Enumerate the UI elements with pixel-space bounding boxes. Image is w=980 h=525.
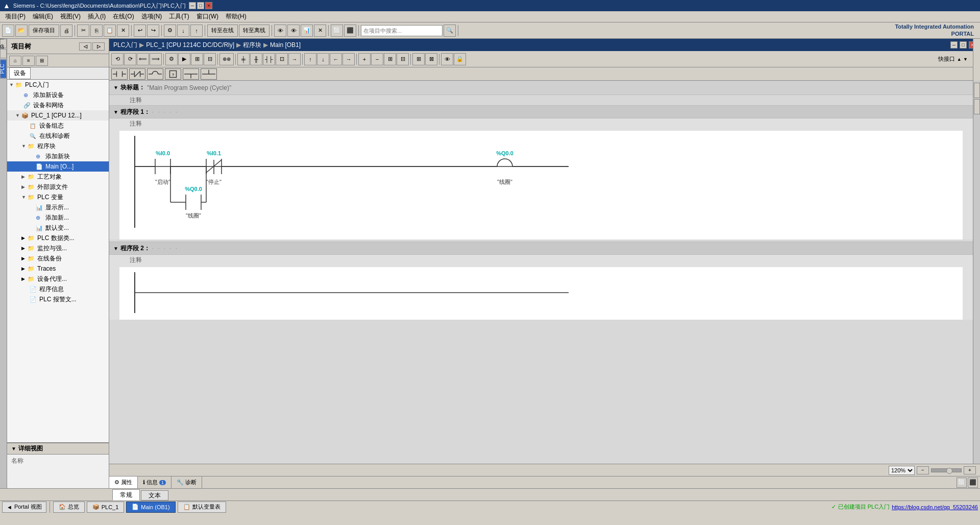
lad-nc-contact[interactable] <box>129 68 145 80</box>
go-offline-button[interactable]: 转至离线 <box>239 25 270 37</box>
footer-tab-overview[interactable]: 🏠 总览 <box>53 502 85 513</box>
etb-grid1[interactable]: ⊞ <box>412 53 425 65</box>
detail-view-header[interactable]: ▼ 详细视图 <box>7 443 109 455</box>
lad-box[interactable]: ? <box>165 68 181 80</box>
zoom-plus-button[interactable]: + <box>964 466 976 474</box>
tree-item-add-new[interactable]: ⊕ 添加新... <box>7 212 109 223</box>
seg2-collapse[interactable]: ▼ <box>113 246 118 251</box>
tree-item-devices-network[interactable]: 🔗 设备和网络 <box>7 100 109 110</box>
etb-resize2[interactable]: ⊟ <box>397 53 409 65</box>
kuaijiekou-arrow-up[interactable]: ▲ <box>957 57 962 62</box>
tree-item-tech-objects[interactable]: ▶ 📁 工艺对象 <box>7 172 109 182</box>
tree-item-add-device[interactable]: ⊕ 添加新设备 <box>7 90 109 100</box>
portal-view-button[interactable]: ◄ Portal 视图 <box>2 502 46 513</box>
zoom-select[interactable]: 50% 75% 100% 120% 150% 200% <box>889 466 915 475</box>
save-button[interactable]: 保存项目 <box>29 25 59 37</box>
upload-button[interactable]: ↑ <box>190 25 203 37</box>
new-button[interactable]: 📄 <box>2 25 14 37</box>
print-button[interactable]: 🖨 <box>60 25 72 37</box>
menu-tools[interactable]: 工具(T) <box>166 11 192 22</box>
disconnect-button[interactable]: ✕ <box>314 25 326 37</box>
prop-resize-btn2[interactable]: ⬛ <box>968 478 978 488</box>
tree-item-main-ob1[interactable]: 📄 Main [O...] <box>7 161 109 172</box>
etb-left-arrow[interactable]: ← <box>330 53 342 65</box>
tree-pin-button[interactable]: ◁ <box>79 42 91 51</box>
monitor3-button[interactable]: 📊 <box>301 25 313 37</box>
menu-project[interactable]: 项目(P) <box>2 11 29 22</box>
etb-monitor[interactable]: 👁 <box>441 53 453 65</box>
compile-button[interactable]: ⚙ <box>164 25 176 37</box>
tab-general[interactable]: 常规 <box>112 489 140 500</box>
kuaijiekou-arrow-down[interactable]: ▼ <box>963 57 968 62</box>
tree-expand-button[interactable]: ▷ <box>92 42 105 51</box>
tree-item-prog-blocks[interactable]: ▼ 📁 程序块 <box>7 141 109 151</box>
maximize-button[interactable]: □ <box>197 2 204 9</box>
open-button[interactable]: 📂 <box>15 25 28 37</box>
monitor2-button[interactable]: 👁 <box>287 25 300 37</box>
tree-item-external-files[interactable]: ▶ 📁 外部源文件 <box>7 182 109 192</box>
etb-btn3[interactable]: ⟸ <box>137 53 149 65</box>
delete-button[interactable]: ✕ <box>117 25 129 37</box>
lad-close-branch[interactable] <box>201 68 217 80</box>
menu-view[interactable]: 视图(V) <box>57 11 84 22</box>
seg1-collapse[interactable]: ▼ <box>113 109 118 115</box>
zoom-minus-button[interactable]: − <box>917 466 929 474</box>
left-tab-software[interactable]: 软 <box>0 49 7 58</box>
menu-window[interactable]: 窗口(W) <box>193 11 222 22</box>
tree-item-online-backup[interactable]: ▶ 📁 在线备份 <box>7 253 109 264</box>
go-online-button[interactable]: 转至在线 <box>207 25 238 37</box>
etb-btn2[interactable]: ⟳ <box>124 53 136 65</box>
tree-item-plc-variables[interactable]: ▼ 📁 PLC 变量 <box>7 192 109 202</box>
etb-lad4[interactable]: ⊡ <box>276 53 288 65</box>
lad-no-contact[interactable] <box>111 68 128 80</box>
tree-item-device-proxy[interactable]: ▶ 📁 设备代理... <box>7 274 109 284</box>
block-collapse-arrow[interactable]: ▼ <box>113 85 118 90</box>
redo-button[interactable]: ↪ <box>147 25 159 37</box>
tree-item-device-config[interactable]: 📋 设备组态 <box>7 121 109 131</box>
left-tab-hardware[interactable]: 硬 <box>0 39 7 48</box>
tree-item-show-all[interactable]: 📊 显示所... <box>7 202 109 212</box>
etb-lad5[interactable]: → <box>288 53 301 65</box>
etb-minus[interactable]: − <box>371 53 383 65</box>
etb-step[interactable]: ▶ <box>178 53 190 65</box>
menu-edit[interactable]: 编辑(E) <box>30 11 56 22</box>
tree-item-plc1[interactable]: ▼ 📦 PLC_1 [CPU 12...] <box>7 110 109 121</box>
monitor1-button[interactable]: 👁 <box>274 25 286 37</box>
tree-item-online-diag[interactable]: 🔍 在线和诊断 <box>7 131 109 141</box>
tree-item-prog-info[interactable]: 📄 程序信息 <box>7 284 109 294</box>
etb-btn1[interactable]: ⟲ <box>111 53 124 65</box>
etb-right-arrow[interactable]: → <box>342 53 355 65</box>
prop-tab-info[interactable]: ℹ 信息 1 <box>138 476 172 489</box>
prop-resize-btn1[interactable]: ⬜ <box>957 478 967 488</box>
tree-item-plc-report[interactable]: 📄 PLC 报警文... <box>7 294 109 304</box>
tree-browse-button[interactable]: ⌂ <box>9 56 21 66</box>
close-button[interactable]: × <box>205 2 212 9</box>
prop-tab-properties[interactable]: ⚙ 属性 <box>109 476 138 489</box>
footer-tab-plc1[interactable]: 📦 PLC_1 <box>87 502 125 513</box>
editor-restore-button[interactable]: □ <box>960 41 967 49</box>
tree-item-plc-datatypes[interactable]: ▶ 📁 PLC 数据类... <box>7 233 109 243</box>
cut-button[interactable]: ✂ <box>77 25 89 37</box>
tree-item-plc-root[interactable]: ▼ 📁 PLC入门 <box>7 80 109 90</box>
etb-compile[interactable]: ⚙ <box>165 53 178 65</box>
menu-options[interactable]: 选项(N) <box>138 11 165 22</box>
left-tab-plc[interactable]: PLC <box>0 59 7 78</box>
etb-lad2[interactable]: ╫ <box>250 53 262 65</box>
tree-item-default-var[interactable]: 📊 默认变... <box>7 223 109 233</box>
etb-btn4[interactable]: ⟹ <box>150 53 162 65</box>
lad-branch[interactable] <box>183 68 199 80</box>
tab-text[interactable]: 文本 <box>141 490 168 500</box>
devices-tab-item[interactable]: 设备 <box>9 67 31 79</box>
search-input[interactable] <box>361 25 443 36</box>
undo-button[interactable]: ↩ <box>134 25 146 37</box>
editor-min-button[interactable]: ─ <box>950 41 958 49</box>
menu-insert[interactable]: 插入(I) <box>85 11 109 22</box>
minimize-button[interactable]: ─ <box>189 2 196 9</box>
rsp-btn1[interactable] <box>974 83 980 98</box>
tree-content[interactable]: ▼ 📁 PLC入门 ⊕ 添加新设备 🔗 设备和网络 ▼ 📦 PLC_1 [CPU… <box>7 80 109 442</box>
prop-tab-diag[interactable]: 🔧 诊断 <box>172 476 202 489</box>
etb-up-arrow[interactable]: ↑ <box>304 53 316 65</box>
tree-list-button[interactable]: ≡ <box>22 56 35 66</box>
tree-item-monitor[interactable]: ▶ 📁 监控与强... <box>7 243 109 253</box>
etb-resize1[interactable]: ⊞ <box>384 53 396 65</box>
